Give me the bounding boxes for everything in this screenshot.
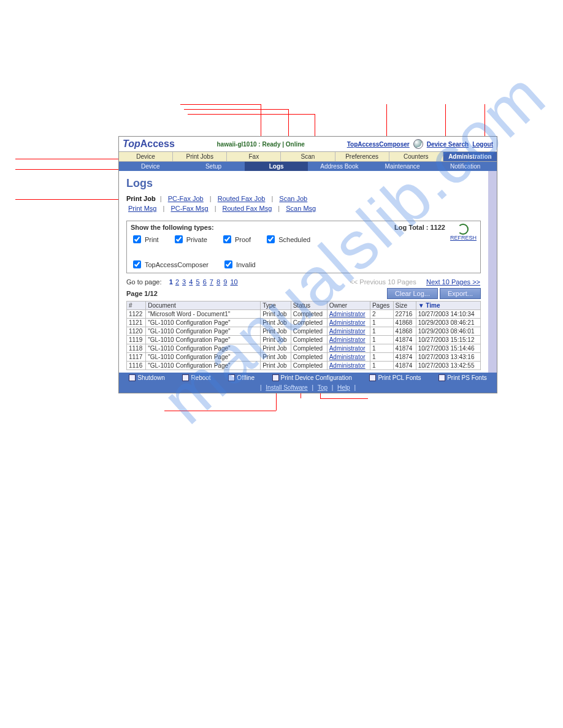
col-num[interactable]: # — [127, 301, 146, 310]
topaccess-window: TopAccess hawaii-gl1010 : Ready | Online… — [118, 136, 497, 393]
footer-print-pcl[interactable]: Print PCL Fonts — [369, 374, 421, 381]
page-10[interactable]: 10 — [230, 278, 237, 286]
cell-owner: Administrator — [327, 310, 370, 319]
page-6[interactable]: 6 — [203, 278, 207, 286]
subtab-device[interactable]: Device — [119, 162, 182, 171]
footer-help[interactable]: Help — [337, 384, 350, 391]
cell-pages: 2 — [370, 310, 393, 319]
subtab-address-book[interactable]: Address Book — [308, 162, 371, 171]
cell-type: Print Job — [261, 336, 291, 344]
check-scheduled[interactable]: Scheduled — [264, 233, 310, 245]
col-type[interactable]: Type — [261, 301, 291, 310]
tab-preferences[interactable]: Preferences — [335, 152, 389, 161]
owner-link[interactable]: Administrator — [329, 311, 366, 317]
check-print[interactable]: Print — [131, 233, 159, 245]
page-4[interactable]: 4 — [189, 278, 193, 286]
link-scan-msg[interactable]: Scan Msg — [286, 205, 316, 212]
owner-link[interactable]: Administrator — [329, 319, 366, 326]
page-5[interactable]: 5 — [196, 278, 199, 286]
logo-suffix: Access — [140, 138, 175, 149]
link-scan-job[interactable]: Scan Job — [279, 195, 307, 202]
owner-link[interactable]: Administrator — [329, 336, 366, 343]
box-icon — [272, 374, 279, 381]
search-icon — [413, 139, 423, 149]
owner-link[interactable]: Administrator — [329, 328, 366, 335]
cell-num: 1122 — [127, 310, 146, 319]
callout-line — [15, 199, 121, 200]
tab-fax[interactable]: Fax — [227, 152, 281, 161]
content-area: Logs Print Job | PC-Fax Job | Routed Fax… — [119, 171, 497, 373]
col-document[interactable]: Document — [146, 301, 261, 310]
table-row: 1121"GL-1010 Configuration Page"Print Jo… — [127, 319, 481, 327]
col-pages[interactable]: Pages — [370, 301, 393, 310]
link-print-msg[interactable]: Print Msg — [128, 205, 156, 212]
footer-reboot[interactable]: Reboot — [182, 374, 210, 381]
link-pcfax-job[interactable]: PC-Fax Job — [168, 195, 204, 202]
page-2[interactable]: 2 — [175, 278, 179, 286]
check-invalid[interactable]: Invalid — [222, 259, 256, 270]
box-icon — [439, 374, 445, 381]
refresh-link[interactable]: REFRESH — [450, 224, 477, 241]
callout-line — [15, 159, 121, 159]
footer-offline[interactable]: Offline — [228, 374, 255, 381]
check-private[interactable]: Private — [172, 233, 207, 245]
cell-num: 1119 — [127, 336, 146, 344]
page-3[interactable]: 3 — [182, 278, 186, 286]
subtab-notification[interactable]: Notification — [434, 162, 497, 171]
footer-print-config[interactable]: Print Device Configuration — [272, 374, 352, 381]
tab-device[interactable]: Device — [119, 152, 173, 161]
page-7[interactable]: 7 — [210, 278, 213, 286]
tab-counters[interactable]: Counters — [389, 152, 443, 161]
cell-status: Completed — [291, 353, 327, 362]
page-1[interactable]: 1 — [169, 278, 173, 286]
cell-type: Print Job — [261, 327, 291, 336]
cell-pages: 1 — [370, 336, 393, 344]
header-right: TopAccessComposer Device Search Logout — [347, 139, 493, 149]
composer-link[interactable]: TopAccessComposer — [347, 141, 410, 148]
next-pages[interactable]: Next 10 Pages >> — [426, 278, 480, 286]
page-8[interactable]: 8 — [216, 278, 220, 286]
callout-line — [320, 398, 368, 399]
cell-type: Print Job — [261, 319, 291, 327]
subtab-setup[interactable]: Setup — [182, 162, 245, 171]
col-status[interactable]: Status — [291, 301, 327, 310]
cell-type: Print Job — [261, 353, 291, 362]
col-size[interactable]: Size — [393, 301, 416, 310]
logout-link[interactable]: Logout — [472, 141, 493, 148]
check-proof[interactable]: Proof — [221, 233, 251, 245]
footer-shutdown[interactable]: Shutdown — [129, 374, 164, 381]
callout-line — [445, 104, 446, 137]
clear-log-button[interactable]: Clear Log... — [387, 288, 438, 299]
refresh-icon — [458, 224, 469, 235]
tab-administration[interactable]: Administration — [443, 152, 497, 161]
link-routed-fax-msg[interactable]: Routed Fax Msg — [223, 205, 272, 212]
footer-links: | Install Software | Top | Help | — [119, 383, 497, 393]
subtab-logs[interactable]: Logs — [245, 162, 308, 171]
table-row: 1120"GL-1010 Configuration Page"Print Jo… — [127, 327, 481, 336]
check-composer[interactable]: TopAccessComposer — [131, 259, 209, 270]
device-search-link[interactable]: Device Search — [427, 141, 469, 148]
cell-time: 10/29/2003 08:46:01 — [416, 327, 480, 336]
owner-link[interactable]: Administrator — [329, 345, 366, 352]
main-tabs: Device Print Jobs Fax Scan Preferences C… — [119, 151, 497, 162]
link-routed-fax-job[interactable]: Routed Fax Job — [218, 195, 266, 202]
cell-size: 41868 — [393, 327, 416, 336]
owner-link[interactable]: Administrator — [329, 354, 366, 360]
table-row: 1122"Microsoft Word - Document1"Print Jo… — [127, 310, 481, 319]
export-button[interactable]: Export... — [440, 288, 481, 299]
job-links-row: Print Job | PC-Fax Job | Routed Fax Job … — [126, 195, 481, 202]
col-owner[interactable]: Owner — [327, 301, 370, 310]
footer-print-ps[interactable]: Print PS Fonts — [439, 374, 486, 381]
owner-link[interactable]: Administrator — [329, 362, 366, 369]
footer-top[interactable]: Top — [318, 384, 327, 391]
footer-install-software[interactable]: Install Software — [266, 384, 307, 391]
pager-row: Go to page: 1 2 3 4 5 6 7 8 9 10 << Prev… — [126, 278, 481, 286]
subtab-maintenance[interactable]: Maintenance — [371, 162, 434, 171]
tab-print-jobs[interactable]: Print Jobs — [173, 152, 227, 161]
col-time[interactable]: ▼ Time — [416, 301, 480, 310]
page-9[interactable]: 9 — [223, 278, 227, 286]
link-pcfax-msg[interactable]: PC-Fax Msg — [170, 205, 208, 212]
msg-links-row: Print Msg | PC-Fax Msg | Routed Fax Msg … — [126, 205, 481, 212]
tab-scan[interactable]: Scan — [281, 152, 335, 161]
cell-time: 10/27/2003 15:15:12 — [416, 336, 480, 344]
